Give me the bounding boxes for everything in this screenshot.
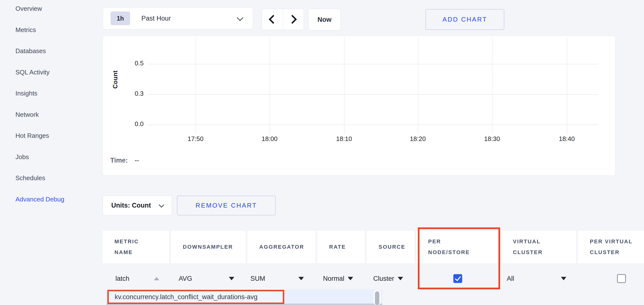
x-tick-label: 18:10 <box>327 135 361 143</box>
caret-down-icon <box>348 277 353 280</box>
header-per-virtual-cluster: PER VIRTUAL CLUSTER <box>578 231 644 263</box>
range-step-buttons <box>262 9 304 30</box>
range-forward-button[interactable] <box>283 9 304 30</box>
metric-name-input[interactable]: latch <box>103 269 169 288</box>
check-icon <box>455 275 461 281</box>
chevron-left-icon <box>269 15 278 24</box>
h-gridline <box>147 125 598 125</box>
aggregator-value: SUM <box>250 275 265 283</box>
sidebar-item-insights[interactable]: Insights <box>16 90 38 97</box>
x-tick-label: 18:20 <box>401 135 435 143</box>
per-virtual-cluster-cell <box>578 269 644 288</box>
caret-down-icon <box>298 277 304 280</box>
sidebar-item-sql-activity[interactable]: SQL Activity <box>16 68 50 76</box>
downsampler-value: AVG <box>179 275 192 283</box>
x-tick-label: 17:50 <box>178 135 213 143</box>
y-tick-label: 0.5 <box>120 59 144 67</box>
range-back-button[interactable] <box>262 9 283 30</box>
h-gridline <box>147 64 598 64</box>
sidebar-item-jobs[interactable]: Jobs <box>16 153 29 161</box>
caret-down-icon <box>229 277 234 280</box>
header-rate: RATE <box>317 231 365 263</box>
chevron-down-icon <box>237 14 243 21</box>
units-dropdown-label: Units: Count <box>111 202 151 209</box>
caret-down-icon <box>561 277 566 280</box>
sidebar-item-databases[interactable]: Databases <box>16 47 46 55</box>
time-range-selector[interactable]: 1h Past Hour <box>103 7 253 29</box>
units-dropdown[interactable]: Units: Count <box>103 196 172 215</box>
v-gridline <box>567 37 567 134</box>
advanced-debug-custom-chart-page: Overview Metrics Databases SQL Activity … <box>0 0 644 305</box>
sidebar-item-schedules[interactable]: Schedules <box>16 174 45 182</box>
sidebar-item-metrics[interactable]: Metrics <box>16 26 36 34</box>
per-virtual-cluster-checkbox[interactable] <box>617 274 626 283</box>
x-tick-label: 18:30 <box>475 135 509 143</box>
per-node-store-cell <box>416 269 499 288</box>
aggregator-select[interactable]: SUM <box>248 269 316 288</box>
add-chart-button[interactable]: ADD CHART <box>426 9 504 30</box>
downsampler-select[interactable]: AVG <box>171 269 246 288</box>
virtual-cluster-value: All <box>507 275 514 283</box>
v-gridline <box>492 37 492 134</box>
now-button[interactable]: Now <box>308 9 340 30</box>
header-downsampler: DOWNSAMPLER <box>171 231 246 263</box>
header-per-node-store: PER NODE/STORE <box>416 231 499 263</box>
sidebar-item-network[interactable]: Network <box>16 111 39 118</box>
time-label: Time: <box>110 157 128 164</box>
h-gridline <box>147 94 598 95</box>
chevron-down-icon <box>159 202 164 208</box>
header-metric-name: METRIC NAME <box>103 231 169 263</box>
chevron-right-icon <box>288 15 297 24</box>
sort-asc-icon <box>154 277 159 280</box>
x-tick-label: 18:40 <box>550 135 584 143</box>
v-gridline <box>344 37 344 134</box>
range-preset-badge: 1h <box>110 11 130 25</box>
dropdown-scrollbar-thumb[interactable] <box>375 291 379 305</box>
sidebar-item-advanced-debug[interactable]: Advanced Debug <box>16 196 64 203</box>
v-gridline <box>270 37 270 134</box>
y-tick-label: 0.3 <box>120 90 144 97</box>
rate-select[interactable]: Normal <box>317 269 365 288</box>
v-gridline <box>196 37 196 134</box>
header-virtual-cluster: VIRTUAL CLUSTER <box>501 231 576 263</box>
hover-time-readout: Time: -- <box>110 157 139 164</box>
time-value: -- <box>135 157 139 164</box>
header-source: SOURCE <box>367 231 414 263</box>
header-aggregator: AGGREGATOR <box>248 231 316 263</box>
custom-chart-card: Count 0.50.30.017:5018:0018:1018:2018:30… <box>103 36 615 176</box>
sidebar-item-hot-ranges[interactable]: Hot Ranges <box>16 132 49 140</box>
y-axis-label: Count <box>112 49 119 89</box>
virtual-cluster-select[interactable]: All <box>501 269 576 288</box>
x-tick-label: 18:00 <box>252 135 287 143</box>
rate-value: Normal <box>323 275 344 283</box>
metric-dropdown-option-highlighted[interactable]: kv.concurrency.latch_conflict_wait_durat… <box>107 290 284 304</box>
range-label: Past Hour <box>142 15 171 22</box>
sidebar-item-overview[interactable]: Overview <box>16 5 42 12</box>
caret-down-icon <box>398 277 403 280</box>
remove-chart-button[interactable]: REMOVE CHART <box>177 196 276 215</box>
source-select[interactable]: Cluster <box>367 269 414 288</box>
y-tick-label: 0.0 <box>120 120 144 128</box>
per-node-store-checkbox[interactable] <box>453 274 462 283</box>
source-value: Cluster <box>373 275 394 283</box>
v-gridline <box>418 37 418 134</box>
metric-name-value: latch <box>116 275 130 283</box>
